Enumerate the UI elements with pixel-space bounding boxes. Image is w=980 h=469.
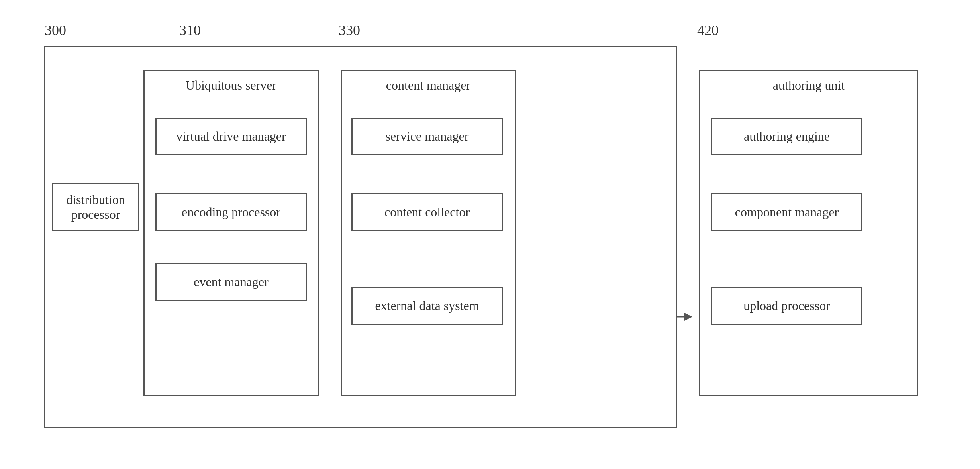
authoring-unit-label: authoring unit <box>700 78 917 93</box>
ref-300: 300 <box>45 22 66 39</box>
service-manager-box: service manager <box>351 118 503 155</box>
ubiquitous-server-label: Ubiquitous server <box>145 78 318 93</box>
ref-310: 310 <box>179 22 201 39</box>
content-collector-label: content collector <box>384 205 470 220</box>
ref-420: 420 <box>697 22 719 39</box>
authoring-engine-label: authoring engine <box>744 129 830 144</box>
content-manager-label: content manager <box>342 78 515 93</box>
encoding-processor-label: encoding processor <box>182 205 280 220</box>
distribution-processor-label: distribution processor <box>53 192 138 222</box>
virtual-drive-manager-label: virtual drive manager <box>176 129 286 144</box>
component-manager-label: component manager <box>735 205 839 220</box>
service-manager-label: service manager <box>386 129 469 144</box>
diagram: 300 310 330 420 311 312 313 331 332 360 … <box>0 0 980 469</box>
virtual-drive-manager-box: virtual drive manager <box>155 118 307 155</box>
authoring-engine-box: authoring engine <box>711 118 862 155</box>
external-data-system-box: external data system <box>351 287 503 325</box>
svg-marker-8 <box>684 313 692 321</box>
distribution-processor-box: distribution processor <box>52 183 139 231</box>
component-manager-box: component manager <box>711 193 862 231</box>
event-manager-label: event manager <box>194 275 268 289</box>
upload-processor-box: upload processor <box>711 287 862 325</box>
event-manager-box: event manager <box>155 263 307 301</box>
content-collector-box: content collector <box>351 193 503 231</box>
ref-330: 330 <box>339 22 360 39</box>
external-data-system-label: external data system <box>375 298 479 313</box>
upload-processor-label: upload processor <box>743 298 830 313</box>
encoding-processor-box: encoding processor <box>155 193 307 231</box>
